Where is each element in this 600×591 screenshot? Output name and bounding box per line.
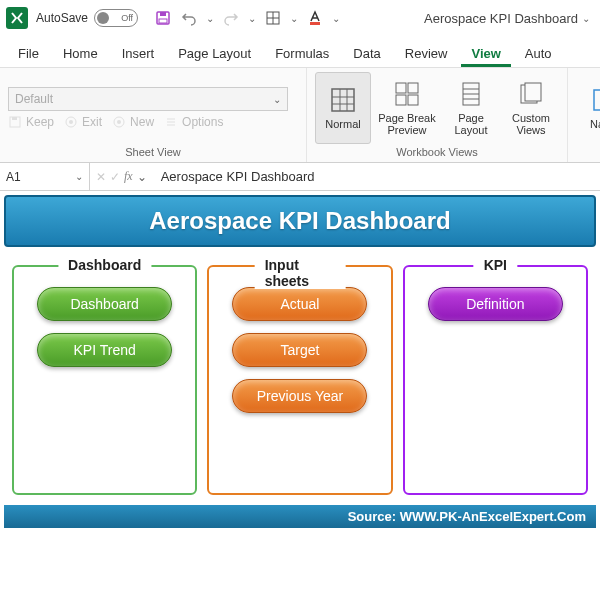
svg-rect-24 bbox=[408, 95, 418, 105]
ribbon-tabs: File Home Insert Page Layout Formulas Da… bbox=[0, 36, 600, 68]
tab-page-layout[interactable]: Page Layout bbox=[168, 40, 261, 67]
autosave-label: AutoSave bbox=[36, 11, 88, 25]
autosave-toggle[interactable]: AutoSave Off bbox=[36, 9, 138, 27]
group-workbook-views: Normal Page Break Preview Page Layout Cu… bbox=[307, 68, 568, 162]
dashboard-banner: Aerospace KPI Dashboard bbox=[4, 195, 596, 247]
sheet-view-select[interactable]: Default ⌄ bbox=[8, 87, 288, 111]
group-navigation: Navig bbox=[568, 68, 600, 162]
cancel-icon[interactable]: ✕ bbox=[96, 170, 106, 184]
kpi-trend-button[interactable]: KPI Trend bbox=[37, 333, 172, 367]
chevron-down-icon: ⌄ bbox=[582, 13, 590, 24]
svg-rect-16 bbox=[332, 89, 354, 111]
undo-dropdown-icon[interactable]: ⌄ bbox=[206, 13, 214, 24]
panel-title: Input sheets bbox=[255, 257, 346, 289]
chevron-down-icon: ⌄ bbox=[75, 171, 83, 182]
actual-button[interactable]: Actual bbox=[232, 287, 367, 321]
definition-button[interactable]: Definition bbox=[428, 287, 563, 321]
svg-rect-22 bbox=[408, 83, 418, 93]
svg-rect-21 bbox=[396, 83, 406, 93]
redo-dropdown-icon[interactable]: ⌄ bbox=[248, 13, 256, 24]
target-button[interactable]: Target bbox=[232, 333, 367, 367]
svg-rect-31 bbox=[594, 90, 600, 110]
keep-button: Keep bbox=[8, 115, 54, 129]
panel-input-sheets: Input sheets Actual Target Previous Year bbox=[207, 265, 392, 495]
borders-icon[interactable] bbox=[264, 9, 282, 27]
panel-kpi: KPI Definition bbox=[403, 265, 588, 495]
tab-automate[interactable]: Auto bbox=[515, 40, 562, 67]
group-label: Workbook Views bbox=[396, 144, 478, 160]
navigation-button[interactable]: Navig bbox=[576, 72, 600, 144]
tab-file[interactable]: File bbox=[8, 40, 49, 67]
excel-logo bbox=[6, 7, 28, 29]
options-button: Options bbox=[164, 115, 223, 129]
panel-title: KPI bbox=[474, 257, 517, 273]
borders-dropdown-icon[interactable]: ⌄ bbox=[290, 13, 298, 24]
chevron-down-icon[interactable]: ⌄ bbox=[137, 170, 147, 184]
svg-point-12 bbox=[117, 120, 121, 124]
group-sheet-view: Default ⌄ Keep Exit New bbox=[0, 68, 307, 162]
page-break-button[interactable]: Page Break Preview bbox=[375, 72, 439, 144]
svg-rect-1 bbox=[160, 12, 166, 16]
tab-view[interactable]: View bbox=[461, 40, 510, 67]
fx-icon[interactable]: fx bbox=[124, 169, 133, 184]
svg-rect-6 bbox=[310, 22, 320, 25]
undo-icon[interactable] bbox=[180, 9, 198, 27]
enter-icon[interactable]: ✓ bbox=[110, 170, 120, 184]
name-box[interactable]: A1 ⌄ bbox=[0, 163, 90, 190]
tab-data[interactable]: Data bbox=[343, 40, 390, 67]
tab-formulas[interactable]: Formulas bbox=[265, 40, 339, 67]
normal-view-button[interactable]: Normal bbox=[315, 72, 371, 144]
svg-point-10 bbox=[69, 120, 73, 124]
chevron-down-icon: ⌄ bbox=[273, 94, 281, 105]
dashboard-button[interactable]: Dashboard bbox=[37, 287, 172, 321]
svg-rect-23 bbox=[396, 95, 406, 105]
document-title[interactable]: Aerospace KPI Dashboard ⌄ bbox=[424, 11, 590, 26]
tab-insert[interactable]: Insert bbox=[112, 40, 165, 67]
svg-rect-8 bbox=[12, 117, 17, 120]
svg-rect-2 bbox=[159, 19, 167, 23]
formula-input[interactable]: Aerospace KPI Dashboard bbox=[153, 169, 600, 184]
panel-title: Dashboard bbox=[58, 257, 151, 273]
new-button: New bbox=[112, 115, 154, 129]
group-label: Sheet View bbox=[125, 144, 180, 160]
exit-button: Exit bbox=[64, 115, 102, 129]
source-footer: Source: WWW.PK-AnExcelExpert.Com bbox=[4, 505, 596, 528]
save-icon[interactable] bbox=[154, 9, 172, 27]
custom-views-button[interactable]: Custom Views bbox=[503, 72, 559, 144]
font-color-icon[interactable] bbox=[306, 9, 324, 27]
redo-icon[interactable] bbox=[222, 9, 240, 27]
previous-year-button[interactable]: Previous Year bbox=[232, 379, 367, 413]
font-color-dropdown-icon[interactable]: ⌄ bbox=[332, 13, 340, 24]
panel-dashboard: Dashboard Dashboard KPI Trend bbox=[12, 265, 197, 495]
tab-home[interactable]: Home bbox=[53, 40, 108, 67]
svg-rect-30 bbox=[525, 83, 541, 101]
worksheet-area[interactable]: Aerospace KPI Dashboard Dashboard Dashbo… bbox=[0, 191, 600, 532]
tab-review[interactable]: Review bbox=[395, 40, 458, 67]
page-layout-button[interactable]: Page Layout bbox=[443, 72, 499, 144]
